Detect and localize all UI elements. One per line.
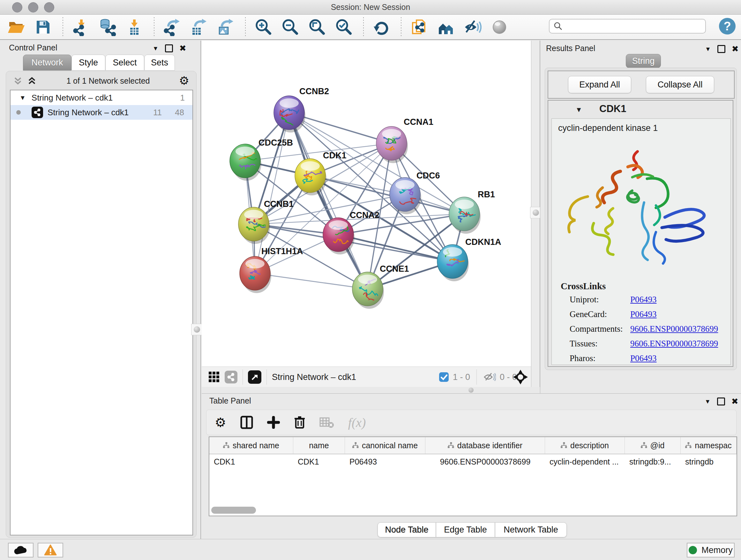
tab-network[interactable]: Network bbox=[23, 55, 71, 71]
network-options-gear-icon[interactable]: ⚙ bbox=[179, 74, 189, 87]
network-node-ccnb2[interactable]: CCNB2 bbox=[274, 86, 329, 132]
birdseye-pan-icon[interactable] bbox=[513, 370, 528, 384]
export-network-icon[interactable] bbox=[163, 18, 181, 37]
expand-all-button[interactable]: Expand All bbox=[568, 76, 631, 93]
expand-all-icon[interactable] bbox=[26, 75, 37, 86]
panel-menu-icon[interactable]: ▼ bbox=[152, 45, 158, 52]
tree-expander-icon[interactable]: ▼ bbox=[19, 94, 26, 102]
hide-panel-icon[interactable] bbox=[463, 18, 482, 37]
warning-status-button[interactable] bbox=[38, 543, 63, 557]
network-row[interactable]: String Network – cdk1 11 48 bbox=[10, 105, 192, 120]
status-bar: Memory bbox=[0, 539, 741, 560]
crosslink-link[interactable]: P06493 bbox=[630, 354, 657, 363]
panel-float-icon[interactable] bbox=[718, 45, 725, 53]
network-node-hist1h1a[interactable]: HIST1H1A bbox=[240, 246, 303, 293]
tab-string[interactable]: String bbox=[626, 54, 661, 68]
panel-menu-icon[interactable]: ▼ bbox=[704, 398, 711, 405]
network-canvas[interactable]: CCNB2CCNA1CDC25BCDK1CDC6RB1CCNB1CCNA2CDK… bbox=[202, 41, 531, 367]
panel-float-icon[interactable] bbox=[165, 44, 173, 52]
table-panel-title: Table Panel bbox=[209, 396, 251, 406]
import-network-icon[interactable] bbox=[71, 18, 90, 37]
network-view-title: String Network – cdk1 bbox=[272, 372, 356, 382]
export-table-icon[interactable] bbox=[190, 18, 208, 37]
left-splitter-handle[interactable] bbox=[191, 324, 203, 335]
network-node-cdk1[interactable]: CDK1 bbox=[295, 151, 347, 195]
panel-float-icon[interactable] bbox=[717, 397, 725, 406]
network-node-ccna1[interactable]: CCNA1 bbox=[376, 117, 433, 163]
tab-style[interactable]: Style bbox=[71, 55, 105, 71]
column-header-shared-name[interactable]: shared name bbox=[209, 437, 293, 454]
tab-node-table[interactable]: Node Table bbox=[378, 522, 436, 537]
network-node-ccnb1[interactable]: CCNB1 bbox=[239, 199, 293, 244]
tab-select[interactable]: Select bbox=[105, 55, 144, 71]
home-icon[interactable] bbox=[436, 18, 455, 37]
panel-menu-icon[interactable]: ▼ bbox=[705, 46, 711, 53]
export-image-icon[interactable] bbox=[216, 18, 235, 37]
table-settings-gear-icon[interactable]: ⚙ bbox=[215, 415, 226, 430]
save-session-icon[interactable] bbox=[34, 18, 52, 37]
network-node-cdc6[interactable]: CDC6 bbox=[390, 171, 440, 214]
column-header-canonical-name[interactable]: canonical name bbox=[345, 437, 425, 454]
import-database-icon[interactable] bbox=[98, 18, 117, 37]
table-row[interactable]: CDK1CDK1P064939606.ENSP00000378699cyclin… bbox=[209, 454, 737, 469]
crosslink-link[interactable]: P06493 bbox=[630, 309, 657, 319]
zoom-in-icon[interactable] bbox=[254, 18, 273, 37]
crosslink-link[interactable]: P06493 bbox=[630, 295, 657, 305]
grid-view-icon[interactable] bbox=[208, 371, 220, 383]
network-edge[interactable] bbox=[289, 113, 367, 289]
zoom-out-icon[interactable] bbox=[281, 18, 299, 37]
import-table-icon[interactable] bbox=[125, 18, 144, 37]
zoom-fit-icon[interactable] bbox=[308, 18, 326, 37]
column-header-namespac[interactable]: namespac bbox=[681, 437, 737, 454]
tab-edge-table[interactable]: Edge Table bbox=[436, 522, 495, 537]
collapse-all-button[interactable]: Collapse All bbox=[646, 76, 714, 93]
network-edge[interactable] bbox=[338, 235, 453, 261]
show-columns-icon[interactable] bbox=[240, 416, 253, 429]
network-view-icon[interactable] bbox=[225, 371, 238, 383]
table-horizontal-scrollbar[interactable] bbox=[211, 507, 256, 514]
network-node-rb1[interactable]: RB1 bbox=[449, 190, 495, 234]
zoom-selected-icon[interactable] bbox=[334, 18, 353, 37]
column-header--id[interactable]: @id bbox=[625, 437, 681, 454]
selected-checkbox-icon[interactable] bbox=[439, 372, 449, 382]
add-column-icon[interactable] bbox=[267, 416, 280, 429]
column-header-description[interactable]: description bbox=[545, 437, 625, 454]
column-header-name[interactable]: name bbox=[293, 437, 345, 454]
tab-sets[interactable]: Sets bbox=[144, 55, 175, 71]
table-cell: CDK1 bbox=[209, 457, 293, 466]
network-graph[interactable]: CCNB2CCNA1CDC25BCDK1CDC6RB1CCNB1CCNA2CDK… bbox=[202, 41, 531, 367]
delete-table-icon[interactable] bbox=[320, 417, 334, 428]
panel-close-icon[interactable]: ✖ bbox=[179, 45, 186, 51]
network-name: String Network – cdk1 bbox=[48, 108, 129, 118]
node-name-heading: CDK1 bbox=[599, 103, 626, 115]
section-expander-icon[interactable]: ▼ bbox=[576, 106, 583, 114]
crosslink-link[interactable]: 9606.ENSP00000378699 bbox=[630, 324, 718, 334]
hidden-eye-icon[interactable] bbox=[483, 372, 496, 382]
open-in-new-window-icon[interactable] bbox=[248, 370, 261, 384]
node-label: CDKN1A bbox=[465, 237, 501, 247]
memory-label: Memory bbox=[701, 545, 733, 555]
inspect-icon[interactable] bbox=[490, 18, 509, 37]
network-node-cdkn1a[interactable]: CDKN1A bbox=[437, 237, 501, 281]
panel-close-icon[interactable]: ✖ bbox=[731, 398, 738, 405]
refresh-icon[interactable] bbox=[372, 18, 391, 37]
function-builder-icon[interactable]: f(x) bbox=[348, 415, 366, 430]
column-header-database-identifier[interactable]: database identifier bbox=[425, 437, 545, 454]
help-button[interactable]: ? bbox=[719, 18, 736, 35]
table-panel-controls: ▼ ✖ bbox=[704, 397, 738, 406]
memory-button[interactable]: Memory bbox=[687, 543, 735, 557]
search-box[interactable] bbox=[549, 19, 706, 34]
cloud-status-button[interactable] bbox=[8, 543, 33, 557]
clone-network-icon[interactable] bbox=[410, 18, 428, 37]
collapse-all-icon[interactable] bbox=[12, 75, 23, 86]
network-node-ccne1[interactable]: CCNE1 bbox=[352, 264, 409, 309]
tab-network-table[interactable]: Network Table bbox=[495, 522, 567, 537]
network-edge[interactable] bbox=[255, 273, 367, 289]
toolbar-icons bbox=[7, 17, 517, 37]
delete-column-icon[interactable] bbox=[294, 416, 306, 429]
search-input[interactable] bbox=[563, 21, 698, 31]
crosslink-link[interactable]: 9606.ENSP00000378699 bbox=[630, 339, 718, 349]
open-session-icon[interactable] bbox=[7, 18, 25, 37]
network-collection-row[interactable]: ▼ String Network – cdk1 1 bbox=[10, 90, 192, 105]
panel-close-icon[interactable]: ✖ bbox=[732, 46, 739, 52]
